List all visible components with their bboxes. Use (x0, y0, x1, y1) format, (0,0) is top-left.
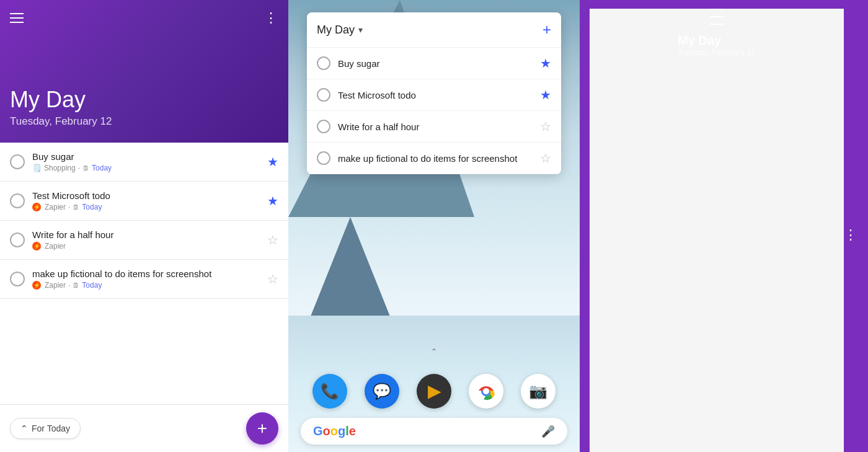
task-checkbox[interactable] (10, 193, 25, 208)
task-content: make up fictional to do items for screen… (32, 268, 260, 290)
calendar-icon: 🗓 (82, 164, 89, 172)
right-page-subtitle: Tuesday, February 12 (678, 48, 756, 57)
task-list-name: Zapier (45, 203, 66, 211)
task-list-name: Zapier (45, 281, 66, 290)
left-task-item: Test Microsoft todo ⚡ Zapier · 🗓 Today ★ (0, 182, 288, 221)
right-header-text: My Day Tuesday, February 12 (678, 33, 756, 57)
task-meta: ⚡ Zapier · 🗓 Today (32, 281, 260, 290)
task-meta: ⚡ Zapier · 🗓 Today (32, 203, 260, 211)
task-title: Buy sugar (32, 151, 260, 162)
shopping-icon: 🗒️ (32, 164, 42, 172)
hamburger-menu-icon[interactable] (710, 9, 724, 25)
zapier-icon: ⚡ (32, 203, 41, 211)
task-title: Write for a half hour (32, 229, 260, 240)
task-title: make up fictional to do items for screen… (32, 268, 260, 279)
calendar-icon: 🗓 (73, 203, 79, 211)
widget-header: My Day ▾ + (307, 12, 561, 48)
for-today-label: For Today (32, 423, 70, 433)
task-checkbox[interactable] (10, 272, 25, 286)
chevron-up-icon: ⌃ (20, 423, 28, 433)
middle-phone-panel: My Day ▾ + Buy sugar ★ Test Microsoft to… (288, 0, 580, 452)
task-date: Today (82, 281, 102, 290)
plex-app-icon[interactable]: ▶ (417, 374, 451, 409)
calendar-icon: 🗓 (73, 281, 79, 289)
task-meta: 🗒️ Shopping · 🗓 Today (32, 164, 260, 172)
task-title: make up fictional to do items for screen… (338, 153, 533, 164)
camera-app-icon[interactable]: 📷 (521, 374, 556, 409)
right-page-title: My Day (678, 33, 756, 48)
task-checkbox[interactable] (317, 151, 330, 165)
star-icon[interactable]: ☆ (540, 151, 551, 166)
task-list-name: Zapier (45, 242, 66, 250)
zapier-icon: ⚡ (32, 242, 41, 250)
star-icon[interactable]: ★ (267, 193, 278, 208)
left-header-title: My Day Tuesday, February 12 (10, 86, 278, 128)
star-icon[interactable]: ★ (267, 154, 278, 169)
task-content: Test Microsoft todo ⚡ Zapier · 🗓 Today (32, 190, 260, 211)
more-options-icon[interactable]: ⋮ (844, 227, 858, 243)
star-icon[interactable]: ★ (540, 56, 551, 71)
left-task-item: Buy sugar 🗒️ Shopping · 🗓 Today ★ (0, 143, 288, 182)
star-icon[interactable]: ☆ (267, 233, 278, 247)
right-app-panel: My Day Tuesday, February 12 ⋮ Buy sugar … (580, 0, 868, 452)
svg-point-2 (483, 388, 489, 394)
add-task-fab[interactable]: + (246, 412, 278, 445)
left-task-list: Buy sugar 🗒️ Shopping · 🗓 Today ★ Test M… (0, 143, 288, 404)
left-task-item: make up fictional to do items for screen… (0, 260, 288, 299)
page-title: My Day (10, 86, 278, 113)
task-checkbox[interactable] (317, 120, 330, 133)
more-options-icon[interactable]: ⋮ (264, 10, 278, 26)
star-icon[interactable]: ☆ (540, 119, 551, 134)
zapier-icon: ⚡ (32, 281, 41, 290)
task-checkbox[interactable] (317, 88, 330, 102)
task-checkbox[interactable] (10, 233, 25, 247)
left-footer: ⌃ For Today + (0, 404, 288, 452)
task-title: Buy sugar (338, 58, 533, 69)
task-content: Write for a half hour ⚡ Zapier (32, 229, 260, 250)
chrome-app-icon[interactable] (469, 374, 503, 409)
dot-separator: · (78, 164, 80, 172)
widget-title[interactable]: My Day ▾ (317, 24, 363, 37)
dot-separator: · (68, 281, 70, 290)
right-header: My Day Tuesday, February 12 ⋮ (580, 0, 868, 452)
hamburger-menu-icon[interactable] (10, 13, 24, 23)
plex-arrow-icon: ▶ (428, 382, 440, 401)
page-subtitle: Tuesday, February 12 (10, 115, 278, 128)
chrome-logo-svg (476, 381, 496, 401)
task-checkbox[interactable] (10, 154, 25, 169)
chevron-down-icon: ▾ (358, 25, 363, 35)
widget-add-button[interactable]: + (542, 21, 551, 38)
right-header-main: My Day Tuesday, February 12 (590, 9, 844, 452)
task-checkbox[interactable] (317, 56, 330, 70)
task-title: Test Microsoft todo (32, 190, 260, 201)
widget-title-text: My Day (317, 24, 355, 37)
left-task-item: Write for a half hour ⚡ Zapier ☆ (0, 221, 288, 260)
left-header-top: ⋮ (10, 10, 278, 26)
left-header: ⋮ My Day Tuesday, February 12 (0, 0, 288, 143)
widget-task-item: Write for a half hour ☆ (307, 111, 561, 143)
task-title: Write for a half hour (338, 122, 533, 132)
task-date: Today (92, 164, 112, 172)
phone-app-icon[interactable]: 📞 (312, 374, 347, 409)
widget-task-item: make up fictional to do items for screen… (307, 143, 561, 174)
google-search-bar[interactable]: Google 🎤 (301, 418, 567, 445)
home-indicator: ⌃ (431, 347, 437, 356)
google-mic-icon[interactable]: 🎤 (541, 425, 555, 438)
task-title: Test Microsoft todo (338, 90, 533, 100)
app-dock: 📞 💬 ▶ 📷 (288, 374, 580, 409)
task-list-name: Shopping (44, 164, 76, 172)
widget-task-item: Test Microsoft todo ★ (307, 79, 561, 111)
messages-app-icon[interactable]: 💬 (365, 374, 399, 409)
for-today-button[interactable]: ⌃ For Today (10, 418, 81, 439)
left-app-panel: ⋮ My Day Tuesday, February 12 Buy sugar … (0, 0, 288, 452)
my-day-widget: My Day ▾ + Buy sugar ★ Test Microsoft to… (307, 12, 561, 174)
star-icon[interactable]: ☆ (267, 272, 278, 286)
task-meta: ⚡ Zapier (32, 242, 260, 250)
dot-separator: · (68, 203, 70, 211)
widget-task-item: Buy sugar ★ (307, 48, 561, 79)
star-icon[interactable]: ★ (540, 87, 551, 102)
task-content: Buy sugar 🗒️ Shopping · 🗓 Today (32, 151, 260, 172)
task-date: Today (82, 203, 102, 211)
google-logo: Google (313, 424, 356, 438)
